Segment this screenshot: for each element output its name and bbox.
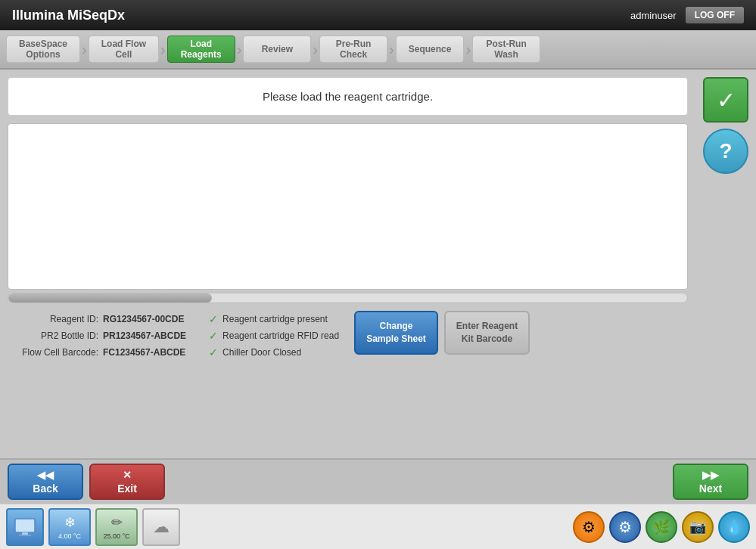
logoff-button[interactable]: LOG OFF bbox=[686, 7, 744, 23]
header-right: adminuser LOG OFF bbox=[630, 7, 744, 23]
help-icon: ? bbox=[719, 139, 732, 163]
wizard-step-post-run-wash[interactable]: Post-RunWash bbox=[472, 36, 540, 63]
reagent-id-value: RG1234567-00CDE bbox=[103, 311, 186, 327]
flow-cell-label: Flow Cell Barcode: bbox=[8, 344, 98, 361]
confirm-button[interactable]: ✓ bbox=[703, 77, 748, 123]
wizard-step-basespace-label: BaseSpaceOptions bbox=[19, 39, 67, 60]
back-icon: ◀◀ bbox=[37, 469, 54, 481]
exit-icon: ✕ bbox=[123, 469, 132, 481]
username: adminuser bbox=[630, 10, 677, 21]
check-icon-3: ✓ bbox=[209, 344, 218, 361]
message-text: Please load the reagent cartridge. bbox=[263, 90, 433, 103]
check-reagent-present: ✓ Reagent cartridge present bbox=[209, 311, 339, 327]
settings-2-button[interactable]: ⚙ bbox=[609, 511, 641, 543]
gear-icon-1: ⚙ bbox=[582, 518, 596, 536]
wizard-step-load-flow-cell[interactable]: Load FlowCell bbox=[89, 36, 159, 63]
exit-label: Exit bbox=[117, 482, 137, 495]
cloud-status-icon[interactable]: ☁ bbox=[142, 508, 180, 546]
snowflake-symbol: ❄ bbox=[64, 514, 76, 531]
wizard-step-post-run-wash-label: Post-RunWash bbox=[486, 39, 526, 60]
info-row: Reagent ID: PR2 Bottle ID: Flow Cell Bar… bbox=[8, 311, 748, 361]
action-buttons: ChangeSample Sheet Enter ReagentKit Barc… bbox=[354, 311, 530, 355]
change-sample-sheet-button[interactable]: ChangeSample Sheet bbox=[354, 311, 438, 355]
check-icon-1: ✓ bbox=[209, 311, 218, 327]
svg-rect-2 bbox=[19, 535, 31, 536]
status-checks: ✓ Reagent cartridge present ✓ Reagent ca… bbox=[209, 311, 339, 361]
message-box: Please load the reagent cartridge. bbox=[8, 77, 688, 116]
wizard-step-sequence[interactable]: Sequence bbox=[396, 36, 465, 63]
check-label-3: Chiller Door Closed bbox=[222, 344, 301, 361]
info-values: RG1234567-00CDE PR1234567-ABCDE FC123456… bbox=[103, 311, 186, 361]
wizard-step-pre-run-check-label: Pre-RunCheck bbox=[336, 39, 372, 60]
enter-reagent-kit-label: Enter ReagentKit Barcode bbox=[456, 321, 518, 344]
bottom-nav: ◀◀ Back ✕ Exit ▶▶ Next bbox=[0, 458, 756, 504]
svg-rect-0 bbox=[15, 519, 35, 532]
reagent-image-area bbox=[8, 123, 688, 290]
arrow-1: › bbox=[82, 41, 87, 58]
arrow-4: › bbox=[313, 41, 318, 58]
wizard-step-review-label: Review bbox=[262, 44, 293, 54]
temperature-1-value: 4.00 °C bbox=[58, 532, 81, 540]
exit-button[interactable]: ✕ Exit bbox=[89, 464, 165, 500]
wizard-step-load-reagents-label: LoadReagents bbox=[181, 39, 222, 60]
wizard-step-load-flow-cell-label: Load FlowCell bbox=[101, 39, 146, 60]
monitor-status-icon[interactable] bbox=[6, 508, 44, 546]
change-sample-sheet-label: ChangeSample Sheet bbox=[366, 321, 426, 344]
camera-button[interactable]: 📷 bbox=[682, 511, 714, 543]
arrow-3: › bbox=[237, 41, 242, 58]
check-chiller-door: ✓ Chiller Door Closed bbox=[209, 344, 339, 361]
next-label: Next bbox=[699, 482, 722, 495]
enter-reagent-kit-button[interactable]: Enter ReagentKit Barcode bbox=[444, 311, 530, 355]
main-content: ✓ ? Please load the reagent cartridge. R… bbox=[0, 70, 756, 458]
reagent-id-label: Reagent ID: bbox=[8, 311, 98, 327]
back-label: Back bbox=[33, 482, 58, 495]
header: Illumina MiSeqDx adminuser LOG OFF bbox=[0, 0, 756, 30]
temperature-2-value: 25.00 °C bbox=[103, 532, 129, 540]
wizard-nav: BaseSpaceOptions › Load FlowCell › LoadR… bbox=[0, 30, 756, 70]
wizard-step-basespace[interactable]: BaseSpaceOptions bbox=[6, 36, 80, 63]
drop-button[interactable]: 💧 bbox=[718, 511, 750, 543]
status-bar: ❄ 4.00 °C ✏ 25.00 °C ☁ ⚙ ⚙ 🌿 📷 💧 bbox=[0, 504, 756, 549]
gear-icon-2: ⚙ bbox=[618, 518, 632, 536]
temperature-2-icon[interactable]: ✏ 25.00 °C bbox=[95, 508, 138, 546]
right-buttons: ✓ ? bbox=[703, 77, 748, 174]
drop-icon: 💧 bbox=[726, 519, 742, 535]
info-labels: Reagent ID: PR2 Bottle ID: Flow Cell Bar… bbox=[8, 311, 98, 361]
leaf-icon: 🌿 bbox=[653, 519, 670, 535]
monitor-icon-svg bbox=[14, 518, 36, 536]
check-label-1: Reagent cartridge present bbox=[222, 311, 328, 327]
check-rfid-read: ✓ Reagent cartridge RFID read bbox=[209, 327, 339, 344]
cloud-symbol: ☁ bbox=[153, 517, 170, 537]
checkmark-icon: ✓ bbox=[717, 87, 736, 113]
back-button[interactable]: ◀◀ Back bbox=[8, 464, 83, 500]
arrow-5: › bbox=[389, 41, 394, 58]
check-icon-2: ✓ bbox=[209, 327, 218, 344]
wizard-step-review[interactable]: Review bbox=[243, 36, 311, 63]
arrow-6: › bbox=[465, 41, 471, 58]
wizard-step-load-reagents[interactable]: LoadReagents bbox=[167, 36, 235, 63]
temperature-1-icon[interactable]: ❄ 4.00 °C bbox=[48, 508, 91, 546]
settings-1-button[interactable]: ⚙ bbox=[573, 511, 605, 543]
app-title: Illumina MiSeqDx bbox=[12, 8, 125, 23]
check-label-2: Reagent cartridge RFID read bbox=[222, 327, 339, 344]
right-status-icons: ⚙ ⚙ 🌿 📷 💧 bbox=[573, 511, 750, 543]
pencil-symbol: ✏ bbox=[111, 514, 123, 531]
scrollbar[interactable] bbox=[8, 293, 688, 303]
next-button[interactable]: ▶▶ Next bbox=[673, 464, 748, 500]
wizard-step-sequence-label: Sequence bbox=[409, 44, 452, 54]
arrow-2: › bbox=[160, 41, 166, 58]
leaf-button[interactable]: 🌿 bbox=[646, 511, 677, 543]
camera-icon: 📷 bbox=[689, 519, 706, 535]
pr2-bottle-value: PR1234567-ABCDE bbox=[103, 327, 186, 344]
pr2-bottle-label: PR2 Bottle ID: bbox=[8, 327, 98, 344]
flow-cell-value: FC1234567-ABCDE bbox=[103, 344, 186, 361]
next-icon: ▶▶ bbox=[702, 469, 719, 481]
svg-rect-1 bbox=[22, 532, 28, 535]
wizard-step-pre-run-check[interactable]: Pre-RunCheck bbox=[319, 36, 387, 63]
help-button[interactable]: ? bbox=[703, 129, 748, 174]
